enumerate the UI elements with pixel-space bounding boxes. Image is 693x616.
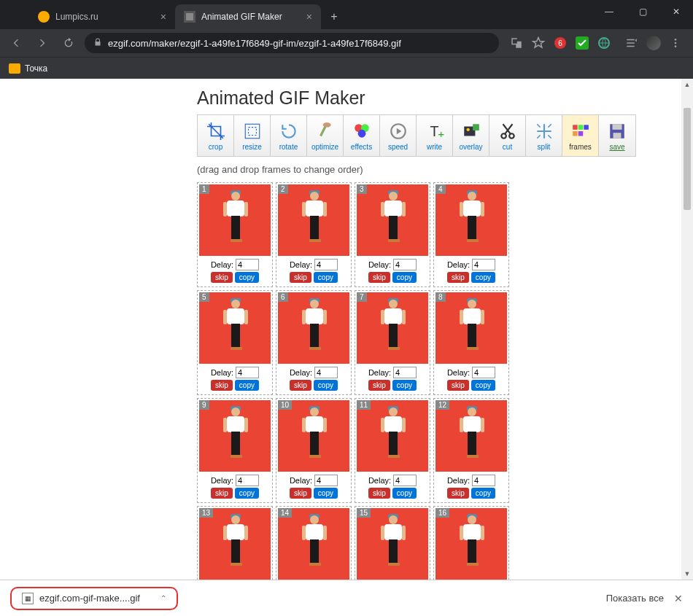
delay-input[interactable] [314,475,338,486]
delay-input[interactable] [236,259,259,270]
scroll-down-icon[interactable]: ▼ [681,568,693,580]
delay-input[interactable] [472,475,495,486]
close-download-bar[interactable]: ✕ [674,593,683,604]
skip-button[interactable]: skip [211,380,233,391]
delay-input[interactable] [314,367,338,378]
delay-row: Delay: [278,472,349,488]
frame-item[interactable]: 5 Delay: skip copy [197,290,273,395]
delay-input[interactable] [393,367,417,378]
new-tab-button[interactable]: + [324,7,344,27]
tab-ezgif[interactable]: Animated GIF Maker × [175,4,321,29]
download-item[interactable]: ▦ ezgif.com-gif-make....gif ⌃ [10,587,178,610]
skip-button[interactable]: skip [447,488,469,499]
delay-input[interactable] [236,475,259,486]
close-window-button[interactable]: ✕ [659,0,693,23]
show-all-downloads[interactable]: Показать все [606,593,664,604]
skip-button[interactable]: skip [211,272,233,283]
maximize-button[interactable]: ▢ [626,0,659,23]
skip-button[interactable]: skip [447,380,469,391]
copy-button[interactable]: copy [314,488,338,499]
skip-button[interactable]: skip [368,380,390,391]
frame-item[interactable]: 11 Delay: skip copy [355,398,430,503]
skip-button[interactable]: skip [447,272,469,283]
frame-item[interactable]: 15 Delay: [355,506,430,580]
copy-button[interactable]: copy [471,488,495,499]
skip-button[interactable]: skip [290,380,311,391]
profile-avatar[interactable] [646,36,661,50]
chevron-up-icon[interactable]: ⌃ [160,594,166,602]
tool-speed[interactable]: speed [380,115,417,156]
frame-item[interactable]: 9 Delay: skip copy [197,398,273,503]
frame-item[interactable]: 2 Delay: skip copy [276,182,352,287]
tool-crop[interactable]: crop [198,115,234,156]
copy-button[interactable]: copy [392,380,417,391]
back-button[interactable] [6,33,26,53]
tool-rotate[interactable]: rotate [271,115,307,156]
ext-globe-icon[interactable] [597,36,611,50]
tab-lumpics[interactable]: Lumpics.ru × [29,4,175,29]
ext-check-icon[interactable] [575,36,589,50]
skip-button[interactable]: skip [211,488,233,499]
tool-save[interactable]: save [599,115,635,156]
translate-icon[interactable] [509,36,524,50]
minimize-button[interactable]: — [592,0,626,23]
delay-row: Delay: [357,472,428,488]
frame-item[interactable]: 13 Delay: [197,506,273,580]
reading-list-icon[interactable] [624,36,639,50]
frame-item[interactable]: 12 Delay: skip copy [433,398,509,503]
tab-title: Lumpics.ru [55,12,98,22]
close-icon[interactable]: × [160,11,166,23]
delay-input[interactable] [472,367,495,378]
delay-input[interactable] [393,475,417,486]
delay-label: Delay: [447,260,470,269]
frame-item[interactable]: 7 Delay: skip copy [355,290,430,395]
ext-adblock-icon[interactable]: 6 [553,36,568,50]
tool-cut[interactable]: cut [489,115,526,156]
frame-item[interactable]: 16 Delay: [433,506,509,580]
tool-resize[interactable]: resize [234,115,271,156]
speed-icon [388,121,409,141]
frame-item[interactable]: 3 Delay: skip copy [355,182,430,287]
delay-input[interactable] [236,367,259,378]
copy-button[interactable]: copy [392,488,417,499]
skip-button[interactable]: skip [368,272,390,283]
copy-button[interactable]: copy [235,488,259,499]
frame-thumbnail [357,184,428,256]
frame-item[interactable]: 14 Delay: [276,506,352,580]
copy-button[interactable]: copy [392,272,417,283]
scrollbar[interactable]: ▲ ▼ [681,79,693,580]
delay-input[interactable] [314,259,338,270]
frame-item[interactable]: 6 Delay: skip copy [276,290,352,395]
tool-optimize[interactable]: optimize [307,115,344,156]
bookmark-item[interactable]: Точка [25,63,47,74]
copy-button[interactable]: copy [235,380,259,391]
page-title: Animated GIF Maker [197,79,693,114]
forward-button[interactable] [32,33,53,53]
skip-button[interactable]: skip [368,488,390,499]
copy-button[interactable]: copy [471,272,495,283]
frame-item[interactable]: 8 Delay: skip copy [433,290,509,395]
tool-effects[interactable]: effects [344,115,380,156]
copy-button[interactable]: copy [471,380,495,391]
tool-write[interactable]: T+write [417,115,453,156]
scroll-up-icon[interactable]: ▲ [681,79,693,90]
copy-button[interactable]: copy [314,272,338,283]
tool-split[interactable]: split [526,115,562,156]
menu-button[interactable] [668,36,683,50]
frame-item[interactable]: 1 Delay: skip copy [197,182,273,287]
reload-button[interactable] [58,33,79,53]
delay-input[interactable] [472,259,495,270]
frame-item[interactable]: 4 Delay: skip copy [433,182,509,287]
optimize-icon [315,121,336,141]
delay-input[interactable] [393,259,417,270]
copy-button[interactable]: copy [235,272,259,283]
copy-button[interactable]: copy [314,380,338,391]
tool-frames[interactable]: frames [562,115,599,156]
skip-button[interactable]: skip [290,272,311,283]
tool-overlay[interactable]: overlay [453,115,489,156]
frame-item[interactable]: 10 Delay: skip copy [276,398,352,503]
bookmark-star-icon[interactable] [531,36,546,50]
skip-button[interactable]: skip [290,488,311,499]
close-icon[interactable]: × [306,11,312,23]
url-input[interactable]: ezgif.com/maker/ezgif-1-a49fe17f6849-gif… [85,33,499,53]
